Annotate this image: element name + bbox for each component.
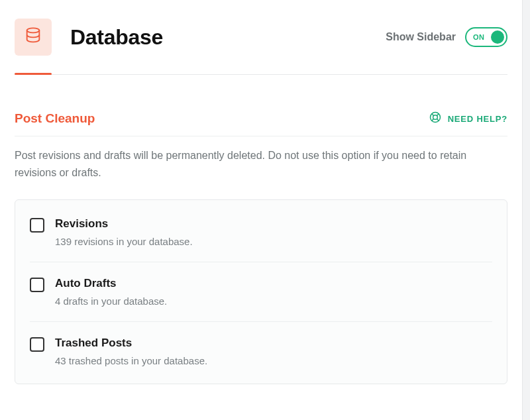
- item-subtitle: 4 drafts in your database.: [55, 295, 492, 307]
- show-sidebar-toggle[interactable]: ON: [465, 27, 507, 47]
- svg-line-3: [431, 114, 433, 116]
- need-help-link[interactable]: NEED HELP?: [429, 111, 507, 127]
- item-title: Trashed Posts: [55, 337, 492, 350]
- svg-point-0: [27, 28, 40, 32]
- section-header: Post Cleanup NEED HELP?: [15, 111, 507, 136]
- toggle-state-label: ON: [473, 33, 485, 41]
- database-icon: [24, 26, 42, 48]
- header-left: Database: [15, 19, 163, 56]
- cleanup-item-trashed-posts: Trashed Posts 43 trashed posts in your d…: [30, 322, 492, 381]
- page-title: Database: [70, 25, 163, 50]
- checkbox-revisions[interactable]: [30, 218, 44, 233]
- active-tab-indicator: [15, 73, 52, 75]
- need-help-label: NEED HELP?: [448, 114, 507, 124]
- svg-point-2: [433, 115, 437, 120]
- item-content: Trashed Posts 43 trashed posts in your d…: [55, 337, 492, 366]
- svg-line-4: [437, 114, 439, 116]
- svg-line-6: [437, 119, 439, 121]
- item-subtitle: 43 trashed posts in your database.: [55, 355, 492, 366]
- svg-line-5: [431, 119, 433, 121]
- cleanup-options-card: Revisions 139 revisions in your database…: [15, 199, 507, 384]
- right-gutter: [522, 0, 530, 420]
- database-icon-tile: [15, 19, 52, 56]
- item-content: Auto Drafts 4 drafts in your database.: [55, 277, 492, 307]
- cleanup-item-revisions: Revisions 139 revisions in your database…: [30, 203, 492, 262]
- show-sidebar-label: Show Sidebar: [386, 31, 456, 43]
- tab-underline: [15, 74, 507, 75]
- item-subtitle: 139 revisions in your database.: [55, 236, 492, 247]
- item-title: Revisions: [55, 217, 492, 231]
- page-header: Database Show Sidebar ON: [15, 19, 507, 56]
- header-right: Show Sidebar ON: [386, 27, 507, 47]
- post-cleanup-section: Post Cleanup NEED HELP? Post revisions a…: [15, 111, 507, 384]
- checkbox-trashed-posts[interactable]: [30, 337, 44, 352]
- toggle-knob: [491, 30, 504, 44]
- section-title: Post Cleanup: [15, 111, 95, 126]
- item-title: Auto Drafts: [55, 277, 492, 290]
- section-description: Post revisions and drafts will be perman…: [15, 147, 507, 181]
- lifebuoy-icon: [429, 111, 442, 127]
- item-content: Revisions 139 revisions in your database…: [55, 217, 492, 247]
- checkbox-auto-drafts[interactable]: [30, 278, 44, 292]
- cleanup-item-auto-drafts: Auto Drafts 4 drafts in your database.: [30, 262, 492, 322]
